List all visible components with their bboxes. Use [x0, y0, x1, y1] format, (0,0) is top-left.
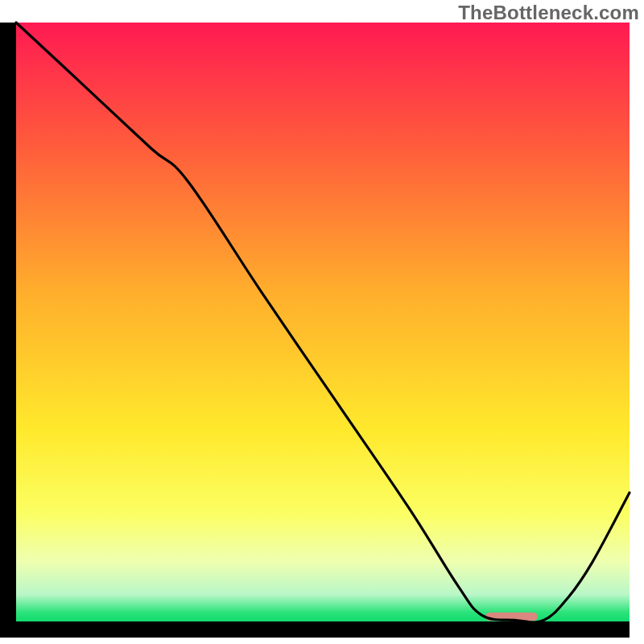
- plot-background: [16, 23, 630, 621]
- watermark: TheBottleneck.com: [458, 2, 639, 24]
- y-axis: [0, 23, 16, 638]
- chart-container: TheBottleneck.com: [0, 0, 644, 644]
- x-axis: [0, 621, 630, 638]
- chart-plot: [0, 0, 644, 644]
